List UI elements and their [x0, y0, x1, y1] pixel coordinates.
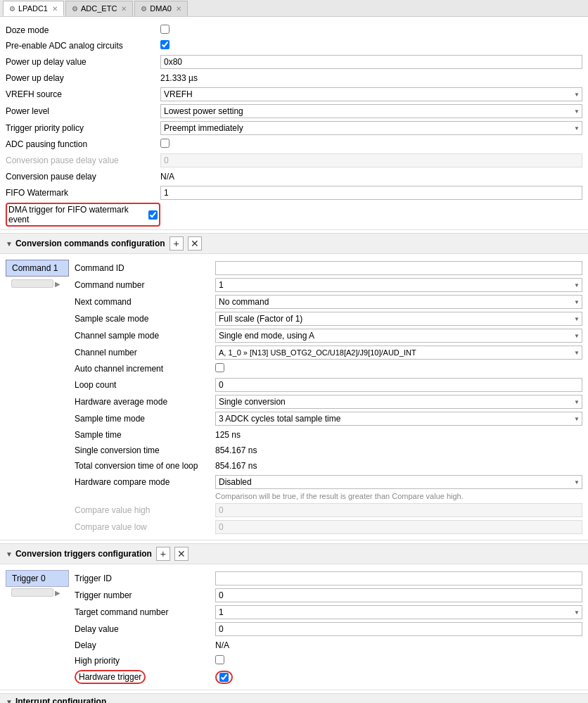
compare-high-label: Compare value high: [75, 505, 215, 515]
power-level-value: Lowest power setting ▼: [160, 104, 582, 118]
pre-enable-checkbox[interactable]: [160, 40, 170, 49]
loop-count-input[interactable]: [215, 378, 582, 392]
high-priority-value: [215, 655, 582, 666]
trigger-priority-label: Trigger priority policy: [6, 123, 160, 133]
trigger-number-row: Trigger number: [75, 587, 582, 604]
compare-high-value: [215, 503, 582, 517]
channel-sample-select[interactable]: Single end mode, using A: [215, 329, 582, 343]
high-priority-checkbox[interactable]: [215, 655, 224, 664]
power-up-delay-value: 21.333 µs: [160, 73, 582, 83]
command-number-value: 1 ▼: [215, 278, 582, 292]
sample-time-label: Sample time: [75, 430, 215, 440]
hw-compare-select-wrapper: Disabled ▼: [215, 475, 582, 489]
adc-pausing-checkbox[interactable]: [160, 139, 170, 148]
dma-trigger-checkbox[interactable]: [148, 210, 158, 220]
tab-dma0[interactable]: ⚙ DMA0 ✕: [134, 1, 188, 16]
delay-value-label: Delay value: [75, 624, 215, 634]
channel-number-select[interactable]: A, 1_0 » [N13] USB_OTG2_OC/U18[A2]/J9[10…: [215, 346, 582, 360]
hw-compare-select[interactable]: Disabled: [215, 475, 582, 489]
sample-scale-select[interactable]: Full scale (Factor of 1): [215, 312, 582, 326]
trigger-item-0[interactable]: Trigger 0: [6, 570, 69, 587]
sample-time-row: Sample time 125 ns: [75, 427, 582, 443]
channel-sample-select-wrapper: Single end mode, using A ▼: [215, 329, 582, 343]
trigger-number-input[interactable]: [215, 588, 582, 602]
tab-lpadc1-close[interactable]: ✕: [52, 5, 58, 13]
command-id-value: [215, 261, 582, 275]
compare-low-label: Compare value low: [75, 522, 215, 532]
conv-commands-toggle[interactable]: ▼: [6, 240, 13, 248]
tab-adcetc-close[interactable]: ✕: [121, 5, 127, 13]
conv-triggers-remove-btn[interactable]: ✕: [174, 547, 188, 561]
tab-adc-etc[interactable]: ⚙ ADC_ETC ✕: [65, 1, 133, 16]
command-number-label: Command number: [75, 280, 215, 290]
command-number-select[interactable]: 1: [215, 278, 582, 292]
power-up-delay-value-input[interactable]: [160, 55, 582, 69]
delay-value-input[interactable]: [215, 622, 582, 636]
channel-sample-value: Single end mode, using A ▼: [215, 329, 582, 343]
trigger-number-value: [215, 588, 582, 602]
fifo-watermark-label: FIFO Watermark: [6, 188, 160, 198]
power-up-delay-value-label: Power up delay value: [6, 57, 160, 67]
next-command-select-wrapper: No command ▼: [215, 295, 582, 309]
power-level-select[interactable]: Lowest power setting: [160, 104, 582, 118]
trigger-scrollbar[interactable]: [11, 588, 53, 597]
tab-dma0-close[interactable]: ✕: [176, 5, 181, 13]
hw-average-select-wrapper: Single conversion ▼: [215, 395, 582, 409]
power-up-delay-value-input-wrapper: [160, 55, 582, 69]
vrefh-select[interactable]: VREFH: [160, 87, 582, 101]
adc-pausing-label: ADC pausing function: [6, 139, 160, 149]
trigger-id-value: [215, 571, 582, 585]
sample-time-mode-select[interactable]: 3 ADCK cycles total sample time: [215, 412, 582, 426]
command-number-row: Command number 1 ▼: [75, 277, 582, 293]
command-scrollbar[interactable]: [11, 279, 53, 288]
power-up-delay-value-row: Power up delay value: [0, 53, 588, 70]
vrefh-value: VREFH ▼: [160, 87, 582, 101]
target-cmd-label: Target command number: [75, 607, 215, 617]
target-cmd-row: Target command number 1 ▼: [75, 604, 582, 621]
conv-pause-delay-label: Conversion pause delay: [6, 172, 160, 182]
compare-low-row: Compare value low: [75, 519, 582, 536]
interrupt-section-title: Interrupt configuration: [15, 697, 106, 703]
interrupt-section-header: ▼ Interrupt configuration: [0, 693, 588, 703]
conv-triggers-add-btn[interactable]: +: [156, 547, 170, 561]
hw-trigger-checkbox[interactable]: [219, 673, 229, 682]
loop-count-row: Loop count: [75, 376, 582, 393]
fifo-watermark-input[interactable]: [160, 186, 582, 200]
fifo-watermark-row: FIFO Watermark: [0, 184, 588, 201]
scroll-right-icon[interactable]: ▶: [55, 280, 60, 288]
conv-commands-remove-btn[interactable]: ✕: [188, 236, 202, 251]
hw-trigger-row: Hardware trigger: [75, 669, 582, 685]
tab-lpadc1[interactable]: ⚙ LPADC1 ✕: [3, 1, 64, 16]
dma-trigger-label: DMA trigger for FIFO watermark event: [6, 203, 160, 227]
trigger-priority-select-wrapper: Preempt immediately ▼: [160, 121, 582, 135]
conv-commands-add-btn[interactable]: +: [170, 236, 184, 251]
channel-sample-label: Channel sample mode: [75, 331, 215, 341]
trigger-scroll-right-icon[interactable]: ▶: [55, 589, 60, 597]
hw-average-select[interactable]: Single conversion: [215, 395, 582, 409]
trigger-priority-row: Trigger priority policy Preempt immediat…: [0, 120, 588, 137]
trigger-number-label: Trigger number: [75, 590, 215, 600]
doze-mode-checkbox[interactable]: [160, 25, 170, 34]
command-id-label: Command ID: [75, 263, 215, 273]
trigger-priority-select[interactable]: Preempt immediately: [160, 121, 582, 135]
command-id-input[interactable]: [215, 261, 582, 275]
delay-value: N/A: [215, 640, 582, 650]
sample-time-value: 125 ns: [215, 430, 582, 440]
command-item-1[interactable]: Command 1: [6, 260, 69, 277]
trigger-layout: Trigger 0 ▶ Trigger ID Trigg: [6, 570, 582, 685]
trigger-id-input[interactable]: [215, 571, 582, 585]
sample-scale-row: Sample scale mode Full scale (Factor of …: [75, 310, 582, 327]
interrupt-toggle[interactable]: ▼: [6, 698, 13, 704]
power-level-label: Power level: [6, 106, 160, 116]
tab-bar: ⚙ LPADC1 ✕ ⚙ ADC_ETC ✕ ⚙ DMA0 ✕: [0, 0, 588, 17]
target-cmd-select[interactable]: 1: [215, 605, 582, 619]
auto-channel-value: [215, 363, 582, 374]
next-command-select[interactable]: No command: [215, 295, 582, 309]
sample-scale-label: Sample scale mode: [75, 314, 215, 324]
lpadc1-icon: ⚙: [9, 5, 15, 13]
conv-triggers-toggle[interactable]: ▼: [6, 550, 13, 558]
adcetc-icon: ⚙: [72, 5, 78, 13]
target-cmd-select-wrapper: 1 ▼: [215, 605, 582, 619]
power-up-delay-label: Power up delay: [6, 73, 160, 83]
auto-channel-checkbox[interactable]: [215, 363, 224, 372]
